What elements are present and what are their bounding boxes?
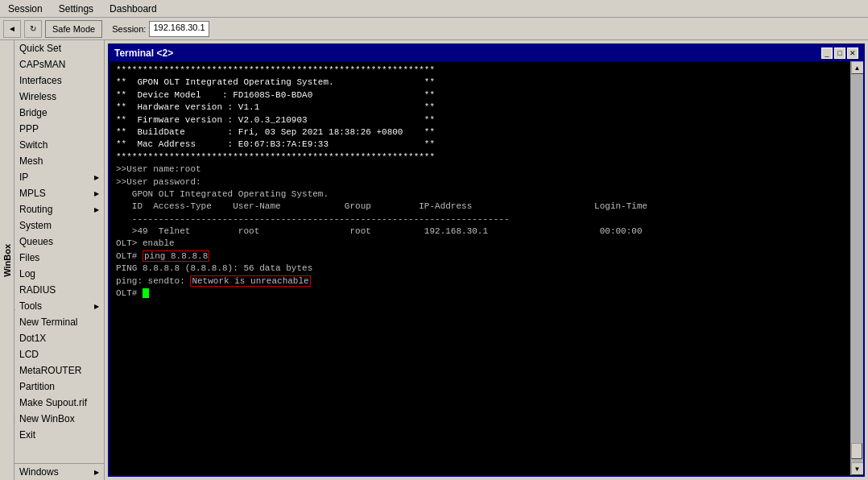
scroll-track[interactable] (851, 74, 863, 462)
sidebar-label-0: Quick Set (19, 43, 61, 54)
sidebar-label-10: Routing (19, 204, 52, 215)
terminal-line: ** Device Model : FD1608S-B0-BDA0 ** (116, 89, 844, 101)
sidebar-item-windows[interactable]: ⊞ Windows (0, 464, 104, 480)
sidebar-item-mesh[interactable]: ⬢Mesh (0, 153, 104, 169)
terminal-close-btn[interactable]: ✕ (847, 48, 858, 59)
sidebar-item-wireless[interactable]: ◉Wireless (0, 89, 104, 105)
terminal-titlebar: Terminal <2> _ □ ✕ (110, 45, 863, 61)
sidebar-label-5: PPP (19, 123, 39, 134)
sidebar-label-7: Mesh (19, 155, 43, 167)
terminal-scrollbar[interactable]: ▲ ▼ (850, 61, 863, 475)
sidebar-label-20: MetaROUTER (19, 365, 81, 376)
sidebar: ⚡Quick Set◈CAPsMAN▤Interfaces◉Wireless⬡B… (0, 40, 105, 480)
sidebar-windows-label: Windows (19, 466, 59, 478)
terminal-line: ID Access-Type User-Name Group IP-Addres… (116, 201, 844, 213)
sidebar-label-2: Interfaces (19, 75, 62, 86)
terminal-line: ** BuildDate : Fri, 03 Sep 2021 18:38:26… (116, 126, 844, 139)
terminal-minimize-btn[interactable]: _ (821, 48, 833, 59)
sidebar-item-files[interactable]: 📁Files (0, 250, 104, 266)
sidebar-label-9: MPLS (19, 188, 46, 199)
sidebar-item-lcd[interactable]: ◧LCD (0, 346, 104, 362)
forward-button[interactable]: ↻ (24, 20, 42, 38)
sidebar-label-19: LCD (19, 349, 39, 360)
sidebar-label-13: Files (19, 252, 39, 263)
terminal-line: >>User password: (116, 176, 844, 188)
terminal-line: ****************************************… (116, 151, 844, 163)
terminal-line: >>User name:root (116, 163, 844, 176)
sidebar-item-queues[interactable]: ☰Queues (0, 234, 104, 250)
scroll-up-arrow[interactable]: ▲ (851, 61, 864, 74)
sidebar-label-22: Make Supout.rif (19, 397, 87, 408)
sidebar-inner: ⚡Quick Set◈CAPsMAN▤Interfaces◉Wireless⬡B… (0, 40, 104, 480)
session-value: 192.168.30.1 (149, 21, 209, 37)
terminal-maximize-btn[interactable]: □ (834, 48, 845, 59)
terminal-body: ****************************************… (110, 61, 863, 475)
terminal-line: ** Hardware version : V1.1 ** (116, 101, 844, 114)
terminal-error-line: ping: sendto: Network is unreachable (116, 275, 844, 288)
menu-settings[interactable]: Settings (54, 2, 98, 16)
ping-command-highlight: ping 8.8.8.8 (143, 250, 209, 262)
menu-dashboard[interactable]: Dashboard (105, 2, 162, 16)
sidebar-label-24: Exit (19, 429, 35, 441)
sidebar-item-dot1x[interactable]: ◈Dot1X (0, 330, 104, 346)
sidebar-label-23: New WinBox (19, 413, 75, 424)
sidebar-label-21: Partition (19, 381, 55, 392)
sidebar-item-tools[interactable]: 🔧Tools (0, 298, 104, 314)
sidebar-item-new-winbox[interactable]: ⬜New WinBox (0, 411, 104, 427)
sidebar-item-routing[interactable]: ⇌Routing (0, 201, 104, 217)
terminal-window: Terminal <2> _ □ ✕ *********************… (108, 43, 865, 477)
sidebar-label-14: Log (19, 268, 35, 279)
sidebar-item-radius[interactable]: ◉RADIUS (0, 282, 104, 298)
sidebar-item-ppp[interactable]: ◎PPP (0, 121, 104, 137)
terminal-line: ** Firmware version : V2.0.3_210903 ** (116, 114, 844, 126)
sidebar-label-17: New Terminal (19, 317, 77, 328)
terminal-content[interactable]: ****************************************… (110, 61, 850, 475)
main-layout: ⚡Quick Set◈CAPsMAN▤Interfaces◉Wireless⬡B… (0, 40, 868, 480)
sidebar-item-log[interactable]: ◧Log (0, 266, 104, 282)
sidebar-label-12: Queues (19, 236, 53, 247)
sidebar-label-15: RADIUS (19, 284, 56, 296)
sidebar-windows-section: ⊞ Windows (0, 463, 104, 480)
sidebar-label-1: CAPsMAN (19, 59, 65, 70)
sidebar-item-make-supout.rif[interactable]: ◈Make Supout.rif (0, 395, 104, 411)
sidebar-item-switch[interactable]: ⊞Switch (0, 137, 104, 153)
back-button[interactable]: ◄ (3, 20, 21, 38)
winbox-label: WinBox (0, 40, 14, 480)
terminal-line: GPON OLT Integrated Operating System. (116, 188, 844, 201)
toolbar: ◄ ↻ Safe Mode Session: 192.168.30.1 (0, 18, 868, 40)
sidebar-label-18: Dot1X (19, 333, 46, 344)
network-unreachable-highlight: Network is unreachable (190, 275, 310, 287)
session-label: Session: (112, 24, 146, 34)
terminal-prompt-line: OLT# (116, 288, 844, 300)
sidebar-item-exit[interactable]: ✕Exit (0, 427, 104, 443)
sidebar-item-capsman[interactable]: ◈CAPsMAN (0, 56, 104, 72)
terminal-line: OLT> enable (116, 238, 844, 250)
menu-bar: Session Settings Dashboard (0, 0, 868, 18)
sidebar-label-8: IP (19, 172, 28, 183)
sidebar-item-bridge[interactable]: ⬡Bridge (0, 105, 104, 121)
scroll-down-arrow[interactable]: ▼ (851, 462, 864, 475)
terminal-line: >49 Telnet root root 192.168.30.1 00:00:… (116, 226, 844, 238)
sidebar-item-metarouter[interactable]: ⬡MetaROUTER (0, 362, 104, 379)
sidebar-item-ip[interactable]: ◈IP (0, 169, 104, 185)
winbox-label-text: WinBox (2, 244, 12, 277)
sidebar-label-6: Switch (19, 139, 48, 151)
content-area: Terminal <2> _ □ ✕ *********************… (105, 40, 868, 480)
terminal-ping-line: OLT# ping 8.8.8.8 (116, 250, 844, 263)
sidebar-label-16: Tools (19, 300, 42, 312)
terminal-line: ** Mac Address : E0:67:B3:7A:E9:33 ** (116, 139, 844, 151)
terminal-titlebar-buttons: _ □ ✕ (821, 48, 858, 59)
sidebar-label-3: Wireless (19, 91, 56, 102)
terminal-line: ** GPON OLT Integrated Operating System.… (116, 77, 844, 89)
sidebar-item-mpls[interactable]: ◈MPLS (0, 185, 104, 201)
sidebar-item-partition[interactable]: ◫Partition (0, 379, 104, 395)
sidebar-label-4: Bridge (19, 107, 48, 118)
terminal-line: ****************************************… (116, 64, 844, 77)
sidebar-item-system[interactable]: ⚙System (0, 217, 104, 234)
menu-session[interactable]: Session (3, 2, 48, 16)
sidebar-item-quick-set[interactable]: ⚡Quick Set (0, 40, 104, 56)
safe-mode-button[interactable]: Safe Mode (45, 20, 102, 38)
scroll-thumb[interactable] (851, 443, 862, 459)
sidebar-item-interfaces[interactable]: ▤Interfaces (0, 72, 104, 89)
sidebar-item-new-terminal[interactable]: ▶New Terminal (0, 314, 104, 330)
